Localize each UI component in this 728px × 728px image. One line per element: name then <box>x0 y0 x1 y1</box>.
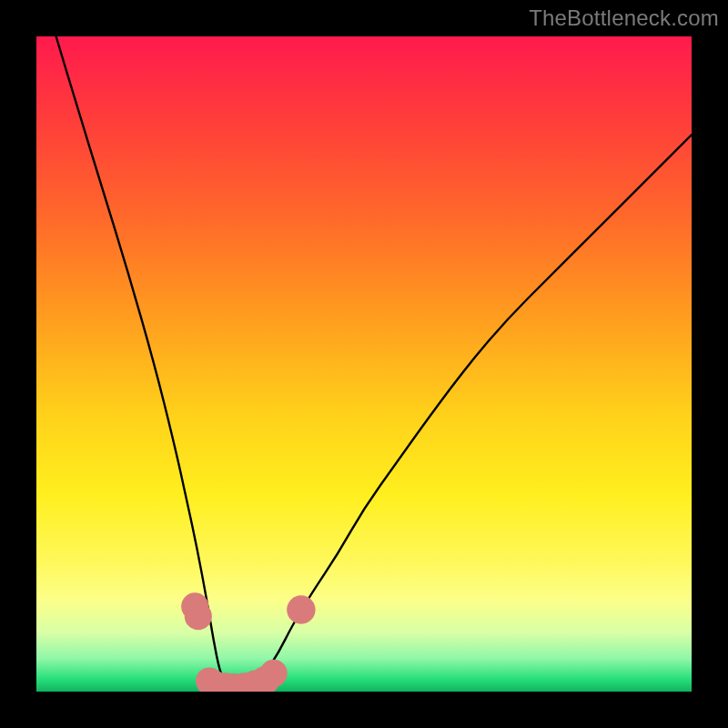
watermark-text: TheBottleneck.com <box>529 5 719 31</box>
chart-plot-area <box>36 36 692 692</box>
data-marker <box>185 602 212 630</box>
data-marker <box>287 595 315 623</box>
bottleneck-curve <box>56 36 692 688</box>
chart-svg <box>36 36 692 692</box>
data-markers <box>181 592 315 692</box>
data-marker <box>260 660 288 687</box>
chart-frame: TheBottleneck.com <box>0 0 728 728</box>
